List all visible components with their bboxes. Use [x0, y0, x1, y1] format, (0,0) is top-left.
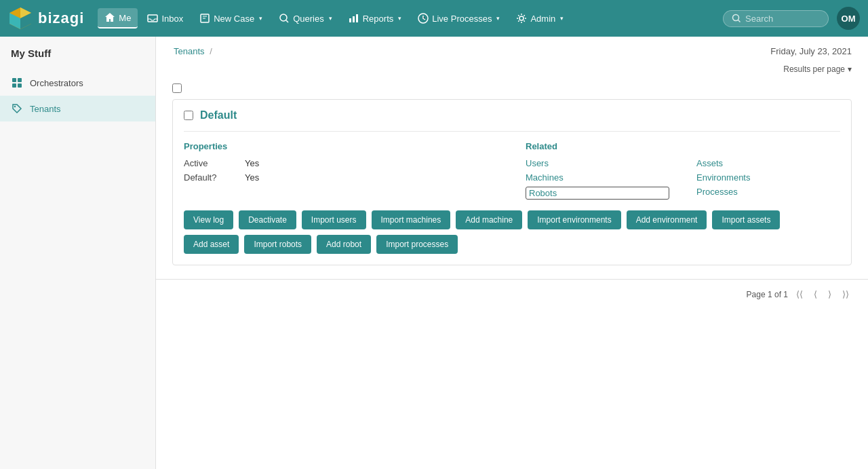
link-processes[interactable]: Processes	[696, 187, 840, 197]
logo-text: bizagi	[38, 10, 84, 27]
properties-heading: Properties	[184, 141, 498, 151]
properties-section: Properties Active Yes Default? Yes	[184, 141, 498, 200]
nav-new-case[interactable]: New Case ▾	[193, 9, 269, 28]
table-area: Default Properties Active Yes Default? Y…	[156, 79, 868, 265]
results-per-page[interactable]: Results per page ▾	[783, 64, 852, 74]
record-body: Properties Active Yes Default? Yes Relat…	[184, 141, 840, 200]
import-users-button[interactable]: Import users	[302, 210, 366, 229]
page-prev-button[interactable]: ⟨	[811, 288, 820, 301]
pagination-bar: Page 1 of 1 ⟨⟨ ⟨ ⟩ ⟩⟩	[156, 279, 868, 309]
queries-caret: ▾	[329, 15, 332, 22]
tag-icon	[11, 102, 23, 115]
breadcrumb-separator: /	[210, 46, 212, 56]
results-bar: Results per page ▾	[156, 62, 868, 79]
svg-rect-7	[349, 18, 351, 22]
svg-rect-13	[12, 78, 16, 82]
avatar[interactable]: OM	[837, 7, 860, 30]
related-heading: Related	[526, 141, 840, 151]
reports-caret: ▾	[398, 15, 401, 22]
link-machines[interactable]: Machines	[526, 172, 669, 183]
sidebar-item-tenants[interactable]: Tenants	[0, 96, 155, 121]
nav-reports[interactable]: Reports ▾	[342, 9, 409, 28]
select-all-checkbox[interactable]	[172, 83, 182, 93]
prop-active-label: Active	[184, 158, 245, 168]
app-body: My Stuff Orchestrators Tenants Tenants /…	[0, 37, 868, 469]
link-users[interactable]: Users	[526, 158, 669, 168]
select-all-row	[172, 79, 852, 99]
add-machine-button[interactable]: Add machine	[456, 210, 522, 229]
add-environment-button[interactable]: Add environment	[627, 210, 707, 229]
nav-inbox[interactable]: Inbox	[140, 9, 190, 28]
svg-point-12	[733, 15, 739, 21]
search-icon	[732, 14, 741, 23]
sidebar-item-tenants-label: Tenants	[30, 104, 61, 114]
logo[interactable]: bizagi	[8, 6, 84, 31]
link-robots[interactable]: Robots	[526, 187, 669, 200]
admin-icon	[516, 13, 527, 24]
related-col-1: Users Machines Robots	[526, 158, 669, 200]
breadcrumb-tenants[interactable]: Tenants	[174, 46, 205, 56]
svg-rect-9	[356, 14, 358, 22]
prop-default: Default? Yes	[184, 172, 498, 183]
import-assets-button[interactable]: Import assets	[712, 210, 780, 229]
reports-icon	[349, 13, 359, 24]
nav-live-processes[interactable]: Live Processes ▾	[411, 9, 507, 28]
add-asset-button[interactable]: Add asset	[184, 235, 239, 254]
import-machines-button[interactable]: Import machines	[372, 210, 451, 229]
nav-queries[interactable]: Queries ▾	[272, 9, 339, 28]
results-per-page-caret: ▾	[848, 64, 852, 74]
prop-active: Active Yes	[184, 158, 498, 168]
related-links-left: Users Machines Robots	[526, 158, 669, 200]
new-case-icon	[199, 13, 210, 24]
top-navigation: bizagi Me Inbox New Case ▾ Queries ▾ Rep…	[0, 0, 868, 37]
svg-point-17	[14, 106, 16, 107]
pagination-text: Page 1 of 1	[747, 290, 788, 299]
page-last-button[interactable]: ⟩⟩	[840, 288, 852, 301]
related-section: Related Users Machines Robots	[526, 141, 840, 200]
deactivate-button[interactable]: Deactivate	[239, 210, 296, 229]
search-input[interactable]	[745, 14, 820, 24]
inbox-icon	[147, 13, 158, 24]
queries-icon	[279, 13, 290, 24]
search-box[interactable]	[723, 10, 829, 27]
svg-point-11	[519, 16, 524, 20]
topbar: Tenants / Friday, July 23, 2021	[156, 37, 868, 62]
actions-row: View log Deactivate Import users Import …	[184, 210, 840, 254]
import-processes-button[interactable]: Import processes	[376, 235, 458, 254]
nav-admin[interactable]: Admin ▾	[509, 9, 570, 28]
related-links-right: Assets Environments Processes	[696, 158, 840, 197]
svg-rect-15	[12, 83, 16, 88]
prop-default-label: Default?	[184, 172, 245, 183]
nav-me[interactable]: Me	[98, 8, 138, 29]
view-log-button[interactable]: View log	[184, 210, 233, 229]
svg-point-6	[280, 14, 287, 21]
import-robots-button[interactable]: Import robots	[244, 235, 311, 254]
record-checkbox[interactable]	[184, 111, 193, 120]
sidebar-item-orchestrators[interactable]: Orchestrators	[0, 70, 155, 96]
breadcrumb: Tenants /	[172, 46, 214, 56]
main-content: Tenants / Friday, July 23, 2021 Results …	[156, 37, 868, 469]
grid-icon	[11, 77, 23, 89]
record-header: Default	[184, 109, 840, 121]
page-first-button[interactable]: ⟨⟨	[793, 288, 806, 301]
import-environments-button[interactable]: Import environments	[528, 210, 620, 229]
divider	[184, 131, 840, 132]
logo-icon	[8, 6, 33, 31]
live-processes-icon	[418, 13, 429, 24]
sidebar: My Stuff Orchestrators Tenants	[0, 37, 156, 469]
related-links-row: Users Machines Robots Assets Environment…	[526, 158, 840, 200]
prop-default-value: Yes	[245, 172, 259, 183]
new-case-caret: ▾	[259, 15, 262, 22]
home-icon	[104, 12, 115, 23]
admin-caret: ▾	[560, 15, 564, 22]
table-row: Default Properties Active Yes Default? Y…	[172, 99, 852, 265]
svg-rect-14	[18, 78, 22, 82]
link-assets[interactable]: Assets	[696, 158, 840, 168]
svg-rect-8	[353, 16, 355, 22]
add-robot-button[interactable]: Add robot	[317, 235, 371, 254]
sidebar-item-orchestrators-label: Orchestrators	[30, 78, 83, 88]
link-environments[interactable]: Environments	[696, 172, 840, 183]
page-next-button[interactable]: ⟩	[825, 288, 834, 301]
sidebar-title: My Stuff	[0, 48, 155, 70]
related-col-2: Assets Environments Processes	[696, 158, 840, 200]
